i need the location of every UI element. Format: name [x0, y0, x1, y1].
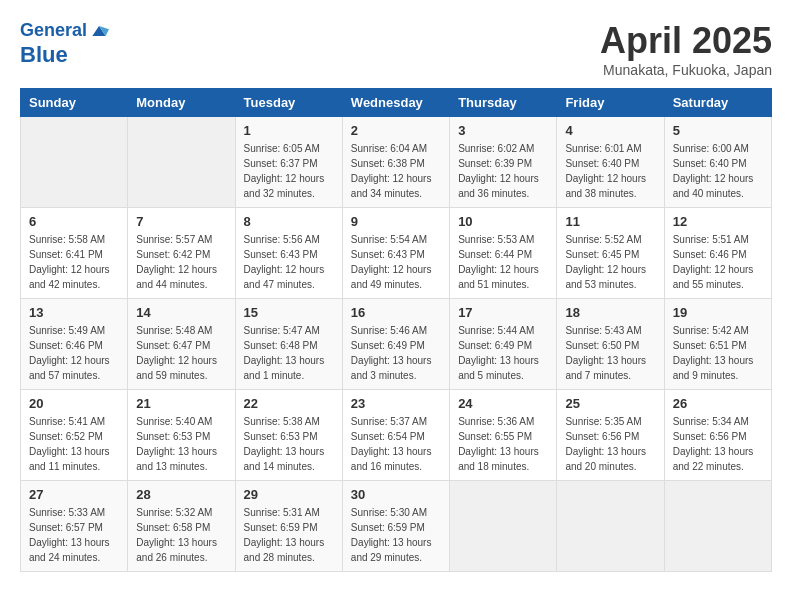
logo-text: General	[20, 20, 87, 42]
day-number: 30	[351, 487, 441, 502]
day-number: 10	[458, 214, 548, 229]
day-info: Sunrise: 6:01 AMSunset: 6:40 PMDaylight:…	[565, 141, 655, 201]
day-info: Sunrise: 5:52 AMSunset: 6:45 PMDaylight:…	[565, 232, 655, 292]
day-info: Sunrise: 5:31 AMSunset: 6:59 PMDaylight:…	[244, 505, 334, 565]
cell-1-3: 9Sunrise: 5:54 AMSunset: 6:43 PMDaylight…	[342, 208, 449, 299]
day-number: 17	[458, 305, 548, 320]
day-number: 26	[673, 396, 763, 411]
day-info: Sunrise: 5:54 AMSunset: 6:43 PMDaylight:…	[351, 232, 441, 292]
day-number: 27	[29, 487, 119, 502]
day-number: 24	[458, 396, 548, 411]
day-info: Sunrise: 6:02 AMSunset: 6:39 PMDaylight:…	[458, 141, 548, 201]
day-info: Sunrise: 5:35 AMSunset: 6:56 PMDaylight:…	[565, 414, 655, 474]
day-info: Sunrise: 5:58 AMSunset: 6:41 PMDaylight:…	[29, 232, 119, 292]
day-info: Sunrise: 5:49 AMSunset: 6:46 PMDaylight:…	[29, 323, 119, 383]
cell-3-2: 22Sunrise: 5:38 AMSunset: 6:53 PMDayligh…	[235, 390, 342, 481]
cell-2-3: 16Sunrise: 5:46 AMSunset: 6:49 PMDayligh…	[342, 299, 449, 390]
day-number: 14	[136, 305, 226, 320]
day-number: 16	[351, 305, 441, 320]
week-row-5: 27Sunrise: 5:33 AMSunset: 6:57 PMDayligh…	[21, 481, 772, 572]
day-number: 25	[565, 396, 655, 411]
day-info: Sunrise: 6:05 AMSunset: 6:37 PMDaylight:…	[244, 141, 334, 201]
cell-1-5: 11Sunrise: 5:52 AMSunset: 6:45 PMDayligh…	[557, 208, 664, 299]
col-sunday: Sunday	[21, 89, 128, 117]
week-row-1: 1Sunrise: 6:05 AMSunset: 6:37 PMDaylight…	[21, 117, 772, 208]
day-number: 28	[136, 487, 226, 502]
day-number: 4	[565, 123, 655, 138]
col-thursday: Thursday	[450, 89, 557, 117]
location-subtitle: Munakata, Fukuoka, Japan	[600, 62, 772, 78]
day-number: 21	[136, 396, 226, 411]
cell-2-2: 15Sunrise: 5:47 AMSunset: 6:48 PMDayligh…	[235, 299, 342, 390]
cell-0-3: 2Sunrise: 6:04 AMSunset: 6:38 PMDaylight…	[342, 117, 449, 208]
cell-1-6: 12Sunrise: 5:51 AMSunset: 6:46 PMDayligh…	[664, 208, 771, 299]
calendar-header-row: Sunday Monday Tuesday Wednesday Thursday…	[21, 89, 772, 117]
cell-3-3: 23Sunrise: 5:37 AMSunset: 6:54 PMDayligh…	[342, 390, 449, 481]
cell-3-4: 24Sunrise: 5:36 AMSunset: 6:55 PMDayligh…	[450, 390, 557, 481]
day-info: Sunrise: 5:44 AMSunset: 6:49 PMDaylight:…	[458, 323, 548, 383]
logo-icon	[89, 21, 109, 41]
day-info: Sunrise: 5:30 AMSunset: 6:59 PMDaylight:…	[351, 505, 441, 565]
day-info: Sunrise: 5:42 AMSunset: 6:51 PMDaylight:…	[673, 323, 763, 383]
day-info: Sunrise: 5:38 AMSunset: 6:53 PMDaylight:…	[244, 414, 334, 474]
day-info: Sunrise: 5:51 AMSunset: 6:46 PMDaylight:…	[673, 232, 763, 292]
col-friday: Friday	[557, 89, 664, 117]
cell-1-1: 7Sunrise: 5:57 AMSunset: 6:42 PMDaylight…	[128, 208, 235, 299]
day-number: 3	[458, 123, 548, 138]
day-info: Sunrise: 6:04 AMSunset: 6:38 PMDaylight:…	[351, 141, 441, 201]
day-info: Sunrise: 5:36 AMSunset: 6:55 PMDaylight:…	[458, 414, 548, 474]
cell-1-4: 10Sunrise: 5:53 AMSunset: 6:44 PMDayligh…	[450, 208, 557, 299]
day-number: 8	[244, 214, 334, 229]
day-number: 22	[244, 396, 334, 411]
day-info: Sunrise: 6:00 AMSunset: 6:40 PMDaylight:…	[673, 141, 763, 201]
col-monday: Monday	[128, 89, 235, 117]
day-info: Sunrise: 5:34 AMSunset: 6:56 PMDaylight:…	[673, 414, 763, 474]
cell-4-3: 30Sunrise: 5:30 AMSunset: 6:59 PMDayligh…	[342, 481, 449, 572]
day-number: 18	[565, 305, 655, 320]
day-number: 20	[29, 396, 119, 411]
cell-1-0: 6Sunrise: 5:58 AMSunset: 6:41 PMDaylight…	[21, 208, 128, 299]
day-info: Sunrise: 5:56 AMSunset: 6:43 PMDaylight:…	[244, 232, 334, 292]
day-number: 9	[351, 214, 441, 229]
month-title: April 2025	[600, 20, 772, 62]
day-number: 19	[673, 305, 763, 320]
day-number: 12	[673, 214, 763, 229]
day-info: Sunrise: 5:32 AMSunset: 6:58 PMDaylight:…	[136, 505, 226, 565]
cell-1-2: 8Sunrise: 5:56 AMSunset: 6:43 PMDaylight…	[235, 208, 342, 299]
col-wednesday: Wednesday	[342, 89, 449, 117]
logo-text2: Blue	[20, 42, 68, 68]
day-number: 7	[136, 214, 226, 229]
day-number: 1	[244, 123, 334, 138]
cell-4-2: 29Sunrise: 5:31 AMSunset: 6:59 PMDayligh…	[235, 481, 342, 572]
day-number: 29	[244, 487, 334, 502]
cell-2-0: 13Sunrise: 5:49 AMSunset: 6:46 PMDayligh…	[21, 299, 128, 390]
day-number: 6	[29, 214, 119, 229]
day-info: Sunrise: 5:40 AMSunset: 6:53 PMDaylight:…	[136, 414, 226, 474]
cell-2-5: 18Sunrise: 5:43 AMSunset: 6:50 PMDayligh…	[557, 299, 664, 390]
cell-2-6: 19Sunrise: 5:42 AMSunset: 6:51 PMDayligh…	[664, 299, 771, 390]
title-block: April 2025 Munakata, Fukuoka, Japan	[600, 20, 772, 78]
day-info: Sunrise: 5:57 AMSunset: 6:42 PMDaylight:…	[136, 232, 226, 292]
day-number: 2	[351, 123, 441, 138]
day-number: 11	[565, 214, 655, 229]
cell-3-0: 20Sunrise: 5:41 AMSunset: 6:52 PMDayligh…	[21, 390, 128, 481]
calendar-table: Sunday Monday Tuesday Wednesday Thursday…	[20, 88, 772, 572]
day-number: 13	[29, 305, 119, 320]
week-row-3: 13Sunrise: 5:49 AMSunset: 6:46 PMDayligh…	[21, 299, 772, 390]
day-info: Sunrise: 5:46 AMSunset: 6:49 PMDaylight:…	[351, 323, 441, 383]
cell-4-6	[664, 481, 771, 572]
day-number: 5	[673, 123, 763, 138]
day-info: Sunrise: 5:41 AMSunset: 6:52 PMDaylight:…	[29, 414, 119, 474]
cell-0-5: 4Sunrise: 6:01 AMSunset: 6:40 PMDaylight…	[557, 117, 664, 208]
day-info: Sunrise: 5:53 AMSunset: 6:44 PMDaylight:…	[458, 232, 548, 292]
day-info: Sunrise: 5:48 AMSunset: 6:47 PMDaylight:…	[136, 323, 226, 383]
week-row-4: 20Sunrise: 5:41 AMSunset: 6:52 PMDayligh…	[21, 390, 772, 481]
cell-0-6: 5Sunrise: 6:00 AMSunset: 6:40 PMDaylight…	[664, 117, 771, 208]
cell-4-1: 28Sunrise: 5:32 AMSunset: 6:58 PMDayligh…	[128, 481, 235, 572]
day-number: 23	[351, 396, 441, 411]
logo: General Blue	[20, 20, 109, 68]
day-info: Sunrise: 5:43 AMSunset: 6:50 PMDaylight:…	[565, 323, 655, 383]
cell-3-6: 26Sunrise: 5:34 AMSunset: 6:56 PMDayligh…	[664, 390, 771, 481]
cell-4-0: 27Sunrise: 5:33 AMSunset: 6:57 PMDayligh…	[21, 481, 128, 572]
cell-0-1	[128, 117, 235, 208]
